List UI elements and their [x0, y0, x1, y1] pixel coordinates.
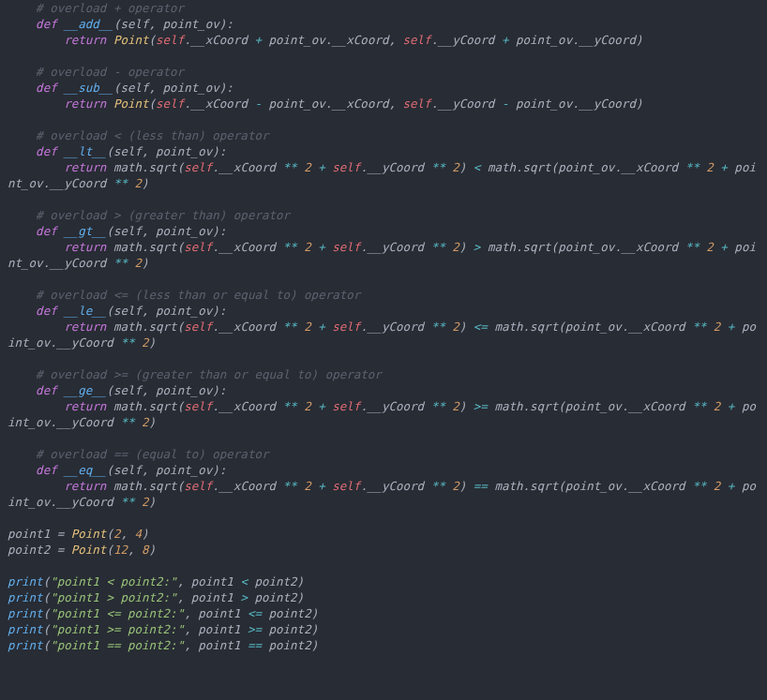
method-name: __add__: [64, 17, 113, 31]
comment: # overload - operator: [36, 65, 184, 79]
comment: # overload == (equal to) operator: [36, 447, 268, 461]
method-name: __sub__: [64, 81, 113, 95]
comment: # overload <= (less than or equal to) op…: [36, 288, 360, 302]
code-editor[interactable]: # overload + operator def __add__(self, …: [0, 0, 767, 653]
method-name: __lt__: [64, 144, 106, 158]
method-name: __ge__: [64, 383, 106, 397]
string-literal: "point1 < point2:": [50, 574, 176, 588]
var-point2: point2: [8, 543, 50, 557]
params: (self, point_ov):: [113, 17, 233, 31]
comment: # overload > (greater than) operator: [36, 208, 290, 222]
comment: # overload + operator: [36, 1, 184, 15]
method-name: __le__: [64, 304, 106, 318]
keyword-return: return: [64, 33, 106, 47]
keyword-def: def: [36, 17, 57, 31]
print-call: print: [8, 574, 43, 588]
self: self: [156, 33, 184, 47]
var-point1: point1: [8, 527, 50, 541]
comment: # overload >= (greater than or equal to)…: [36, 367, 382, 381]
comment: # overload < (less than) operator: [36, 128, 268, 142]
method-name: __gt__: [64, 224, 106, 238]
class-point: Point: [113, 33, 149, 47]
method-name: __eq__: [64, 463, 106, 477]
